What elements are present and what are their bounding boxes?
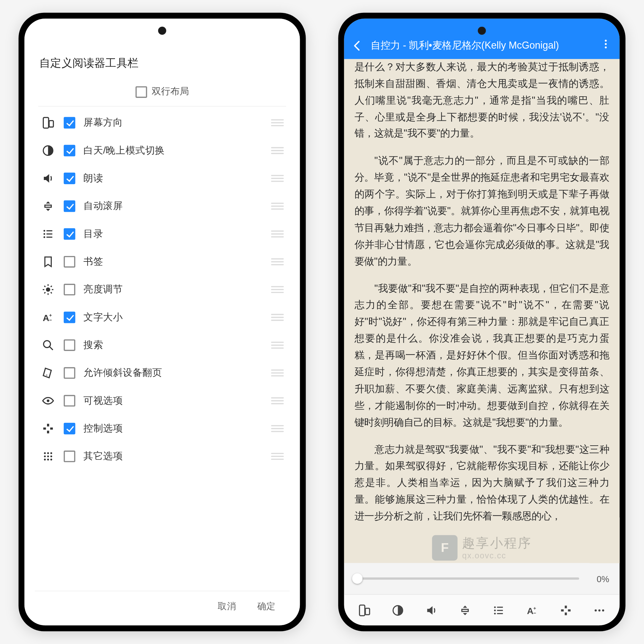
toolbar-item[interactable]: 其它选项 xyxy=(37,442,287,470)
phone-right: 自控力 - 凯利•麦格尼格尔(Kelly McGonigal) 如果我问你说出一… xyxy=(338,13,625,631)
customize-toolbar-dialog: 自定义阅读器工具栏 双行布局 屏幕方向白天/晚上模式切换朗读自动滚屏目录书签亮度… xyxy=(35,54,289,615)
book-title: 自控力 - 凯利•麦格尼格尔(Kelly McGonigal) xyxy=(371,39,600,52)
item-checkbox[interactable] xyxy=(64,450,75,462)
drag-handle-icon[interactable] xyxy=(271,147,284,154)
item-label: 屏幕方向 xyxy=(83,117,263,129)
progress-percent: 0% xyxy=(586,573,609,583)
item-checkbox[interactable] xyxy=(64,145,75,156)
item-label: 白天/晚上模式切换 xyxy=(83,144,263,157)
autoscroll-icon xyxy=(41,200,56,213)
daynight-icon[interactable] xyxy=(389,604,407,617)
fontsize-icon xyxy=(41,311,56,324)
toolbar-item[interactable]: 朗读 xyxy=(37,165,287,192)
item-label: 目录 xyxy=(83,228,263,241)
ok-button[interactable]: 确定 xyxy=(257,601,276,613)
cancel-button[interactable]: 取消 xyxy=(218,601,236,613)
daynight-icon xyxy=(41,144,56,157)
progress-track[interactable] xyxy=(355,577,579,580)
toc-icon[interactable] xyxy=(490,604,507,617)
toc-icon xyxy=(41,228,56,241)
drag-handle-icon[interactable] xyxy=(271,231,284,238)
toolbar-item[interactable]: 屏幕方向 xyxy=(37,109,287,137)
speak-icon xyxy=(41,172,56,185)
search-icon xyxy=(41,339,56,352)
drag-handle-icon[interactable] xyxy=(271,175,284,182)
item-checkbox[interactable] xyxy=(64,228,75,240)
item-label: 文字大小 xyxy=(83,311,263,324)
item-label: 亮度调节 xyxy=(83,283,263,296)
back-icon[interactable] xyxy=(350,39,365,52)
phone-left: F 趣享小程序 qx.oovc.cc 自定义阅读器工具栏 双行布局 屏幕方向白天… xyxy=(19,13,306,631)
drag-handle-icon[interactable] xyxy=(271,397,284,404)
item-checkbox[interactable] xyxy=(64,200,75,212)
dual-row-label: 双行布局 xyxy=(152,86,189,98)
speak-icon[interactable] xyxy=(423,604,440,617)
fontsize-icon[interactable] xyxy=(524,604,541,617)
camera-cutout xyxy=(158,27,166,35)
item-checkbox[interactable] xyxy=(64,117,75,128)
item-label: 允许倾斜设备翻页 xyxy=(83,366,263,379)
reader-toolbar xyxy=(344,594,620,625)
drag-handle-icon[interactable] xyxy=(271,258,284,265)
toolbar-item[interactable]: 自动滚屏 xyxy=(37,192,287,220)
other-icon xyxy=(41,450,56,463)
drag-handle-icon[interactable] xyxy=(271,119,284,127)
item-label: 控制选项 xyxy=(83,422,263,435)
tilt-icon xyxy=(41,366,56,379)
item-label: 书签 xyxy=(83,255,263,268)
dialog-title: 自定义阅读器工具栏 xyxy=(35,54,289,80)
item-checkbox[interactable] xyxy=(64,256,75,268)
toolbar-item[interactable]: 文字大小 xyxy=(37,303,287,331)
toolbar-item[interactable]: 搜索 xyxy=(37,331,287,359)
control-icon[interactable] xyxy=(557,604,574,617)
reader-topbar: 自控力 - 凯利•麦格尼格尔(Kelly McGonigal) xyxy=(344,19,620,59)
reader-content[interactable]: 如果我问你说出一件最需要意志力的事，你第一个想到的是什么？对大多数人来说，最大的… xyxy=(344,59,620,563)
more-icon[interactable] xyxy=(600,38,611,52)
progress-bar: 0% xyxy=(344,563,620,594)
camera-cutout xyxy=(478,27,486,35)
item-label: 自动滚屏 xyxy=(83,200,263,213)
autoscroll-icon[interactable] xyxy=(456,604,474,617)
dual-row-checkbox[interactable] xyxy=(136,86,147,98)
item-checkbox[interactable] xyxy=(64,367,75,379)
more-icon[interactable] xyxy=(591,604,608,617)
item-checkbox[interactable] xyxy=(64,173,75,184)
toolbar-item[interactable]: 允许倾斜设备翻页 xyxy=(37,359,287,387)
item-label: 搜索 xyxy=(83,339,263,352)
item-checkbox[interactable] xyxy=(64,312,75,323)
toolbar-item[interactable]: 亮度调节 xyxy=(37,276,287,303)
control-icon xyxy=(41,422,56,435)
toolbar-item[interactable]: 目录 xyxy=(37,220,287,248)
toolbar-items-list: 屏幕方向白天/晚上模式切换朗读自动滚屏目录书签亮度调节文字大小搜索允许倾斜设备翻… xyxy=(35,107,289,591)
rotate-icon xyxy=(41,117,56,129)
drag-handle-icon[interactable] xyxy=(271,342,284,349)
dual-row-layout-option[interactable]: 双行布局 xyxy=(38,80,286,107)
item-checkbox[interactable] xyxy=(64,423,75,434)
item-label: 可视选项 xyxy=(83,394,263,407)
paragraph: "我要做"和"我不要"是自控的两种表现，但它们不是意志力的全部。要想在需要"说不… xyxy=(355,280,609,431)
visual-icon xyxy=(41,394,56,407)
item-label: 朗读 xyxy=(83,172,263,185)
item-checkbox[interactable] xyxy=(64,284,75,295)
drag-handle-icon[interactable] xyxy=(271,314,284,321)
toolbar-item[interactable]: 可视选项 xyxy=(37,387,287,414)
paragraph: 意志力就是驾驭"我要做"、"我不要"和"我想要"这三种力量。如果驾驭得好，它就能… xyxy=(355,441,609,525)
paragraph: 如果我问你说出一件最需要意志力的事，你第一个想到的是什么？对大多数人来说，最大的… xyxy=(355,59,609,142)
dialog-footer: 取消 确定 xyxy=(35,591,289,615)
item-label: 其它选项 xyxy=(83,450,263,463)
brightness-icon xyxy=(41,283,56,296)
item-checkbox[interactable] xyxy=(64,339,75,351)
toolbar-item[interactable]: 书签 xyxy=(37,248,287,276)
progress-thumb[interactable] xyxy=(352,573,363,584)
drag-handle-icon[interactable] xyxy=(271,425,284,432)
drag-handle-icon[interactable] xyxy=(271,453,284,460)
paragraph: "说不"属于意志力的一部分，而且是不可或缺的一部分。毕竟，"说不"是全世界的拖延… xyxy=(355,153,609,270)
item-checkbox[interactable] xyxy=(64,395,75,407)
toolbar-item[interactable]: 白天/晚上模式切换 xyxy=(37,137,287,164)
rotate-icon[interactable] xyxy=(355,604,373,617)
toolbar-item[interactable]: 控制选项 xyxy=(37,415,287,442)
drag-handle-icon[interactable] xyxy=(271,369,284,376)
drag-handle-icon[interactable] xyxy=(271,286,284,293)
bookmark-icon xyxy=(41,255,56,268)
drag-handle-icon[interactable] xyxy=(271,203,284,210)
